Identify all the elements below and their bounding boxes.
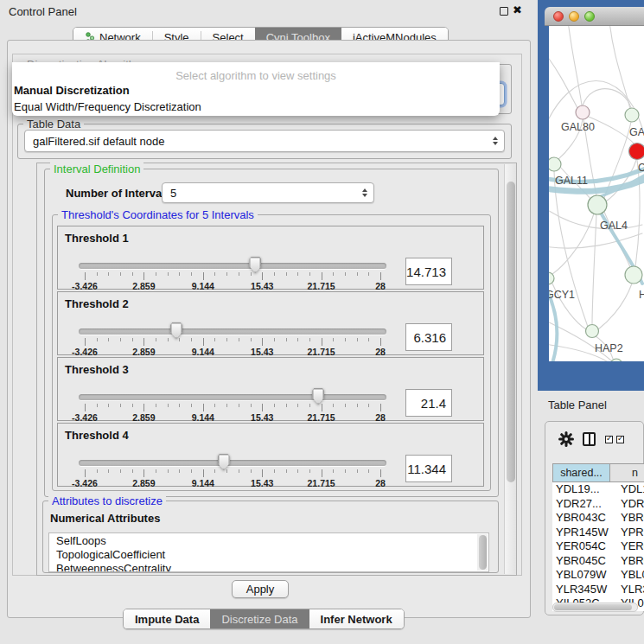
tick-mark [274,469,275,473]
table-data-combobox[interactable]: galFiltered.sif default node [24,130,505,152]
numerical-attributes-title: Numerical Attributes [50,512,160,525]
scale-label: 15.43 [251,478,273,488]
threshold-value-field[interactable]: 21.4 [405,389,452,417]
popup-option-equal-width-frequency[interactable]: Equal Width/Frequency Discretization [12,99,500,115]
table-row[interactable]: YBR045CYBR0 [552,554,644,569]
close-icon[interactable]: ✖ [513,3,522,16]
table-cell[interactable]: YBL079W [552,568,610,583]
network-canvas[interactable]: GAL80 GA GAL11 C GAL4 GCY1 H HAP2 [549,26,644,361]
table-cell[interactable]: YBL0 [610,568,644,583]
node-gal4[interactable] [588,195,607,214]
checkbox-icon[interactable] [605,436,613,443]
threshold-slider[interactable]: -3.4262.8599.14415.4321.71528 [79,325,386,354]
node-table: shared... n YDL19...YDL1YDR27...YDR2YBR0… [552,463,644,612]
table-row[interactable]: YBR043CYBR0 [552,511,644,526]
numerical-attribute-item[interactable]: SelfLoops [56,534,488,548]
slider-thumb[interactable] [170,322,182,339]
column-header-name[interactable]: n [610,463,644,482]
vertical-scrollbar-thumb[interactable] [507,182,515,482]
table-cell[interactable]: YLR3 [610,583,644,597]
apply-button[interactable]: Apply [232,580,289,598]
table-cell[interactable]: YPR1 [610,526,644,540]
table-row[interactable]: YLR345WYLR3 [552,583,644,597]
group-legend: Interval Definition [50,163,143,175]
tab-infer-network[interactable]: Infer Network [309,609,404,628]
tick-mark [297,469,298,473]
node-gal11[interactable] [549,157,561,171]
threshold-value-field[interactable]: 11.344 [405,455,452,482]
table-cell[interactable]: YBR0 [610,554,644,569]
threshold-value-field[interactable]: 6.316 [405,323,452,351]
node-h[interactable] [625,266,642,284]
slider-thumb[interactable] [249,257,261,273]
scale-label: 9.144 [192,281,214,291]
node-top-right[interactable] [625,108,639,122]
node-selected-red[interactable] [629,143,644,160]
node-gal80[interactable] [576,105,590,119]
tick-mark [214,404,215,407]
table-cell[interactable]: YDR2 [610,497,644,512]
table-cell[interactable]: YBR045C [552,554,610,569]
table-row[interactable]: YDR27...YDR2 [552,497,644,512]
table-panel-toolbar [545,422,643,460]
tick-mark [368,469,369,473]
popup-option-manual-discretization[interactable]: Manual Discretization [12,82,500,99]
tick-mark [239,404,239,407]
scale-label: 2.859 [132,347,155,357]
table-cell[interactable]: YPR145W [552,526,610,540]
table-cell[interactable]: YBR0 [610,511,644,526]
tab-impute-data[interactable]: Impute Data [124,609,210,628]
tab-discretize-data[interactable]: Discretize Data [210,609,309,628]
minimize-traffic-light-icon[interactable] [569,11,579,22]
column-header-shared-name[interactable]: shared... [552,463,610,482]
close-traffic-light-icon[interactable] [553,11,564,22]
numerical-attribute-item[interactable]: TopologicalCoefficient [56,548,488,562]
threshold-slider[interactable]: -3.4262.8599.14415.4321.71528 [79,391,386,420]
gear-icon[interactable] [558,431,574,447]
node-hap2[interactable] [586,325,599,338]
table-cell[interactable]: YLR345W [552,583,610,597]
split-view-icon[interactable] [583,432,596,446]
threshold-value-field[interactable]: 14.713 [405,258,452,285]
network-window-titlebar[interactable] [545,7,644,26]
vertical-scrollbar[interactable] [504,164,516,574]
node-bottom[interactable] [610,359,622,361]
table-row[interactable]: YDL19...YDL1 [552,482,644,497]
table-cell[interactable]: YBR043C [552,511,610,526]
numerical-attributes-list[interactable]: SelfLoopsTopologicalCoefficientBetweenne… [48,532,489,572]
node-gcy1[interactable] [549,272,554,284]
table-row[interactable]: YBL079WYBL0 [552,568,644,583]
list-scrollbar[interactable] [477,534,488,571]
table-cell[interactable]: YDL1 [610,482,644,497]
tick-mark [333,338,334,341]
settings-scrollpane: Interval Definition Number of Intervals … [36,163,517,576]
tick-mark [132,469,133,473]
tick-mark [297,404,298,407]
list-scrollbar-thumb[interactable] [479,535,487,570]
zoom-traffic-light-icon[interactable] [584,11,595,22]
float-window-icon[interactable] [500,7,508,16]
scale-label: 28 [375,478,386,488]
tick-mark [120,404,121,407]
checkbox-icon[interactable] [616,436,624,443]
combo-arrows-icon [362,188,367,197]
table-row[interactable]: YPR145WYPR1 [552,526,644,540]
tick-mark [297,272,298,276]
tick-mark [380,338,381,346]
table-row[interactable]: YER054CYER0 [552,539,644,554]
num-intervals-combobox[interactable]: 5 [162,182,374,203]
table-cell[interactable]: YDR27... [552,497,610,512]
control-panel-titlebar: Control Panel ✖ [0,0,538,22]
scale-label: 15.43 [251,281,273,291]
horizontal-scrollbar-thumb[interactable] [554,604,632,610]
network-nodes[interactable] [549,105,644,361]
slider-thumb[interactable] [218,454,230,470]
table-cell[interactable]: YER054C [552,539,610,554]
threshold-slider[interactable]: -3.4262.8599.14415.4321.71528 [79,456,386,486]
numerical-attribute-item[interactable]: BetweennessCentrality [56,562,488,572]
threshold-slider[interactable]: -3.4262.8599.14415.4321.71528 [79,259,386,289]
table-cell[interactable]: YER0 [610,539,644,554]
slider-thumb[interactable] [312,388,324,405]
horizontal-scrollbar[interactable] [552,603,638,612]
table-cell[interactable]: YDL19... [552,482,610,497]
